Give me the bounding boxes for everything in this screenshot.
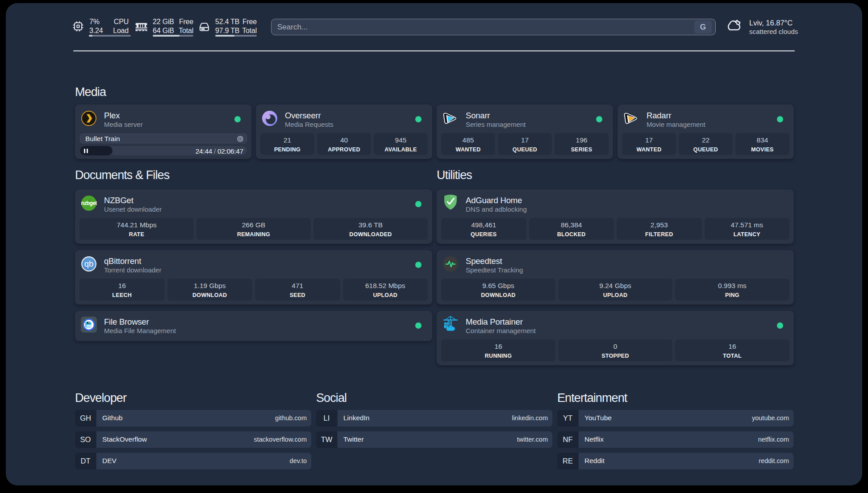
svg-text:qb: qb <box>84 259 94 268</box>
svg-text:nzbget: nzbget <box>81 200 97 206</box>
